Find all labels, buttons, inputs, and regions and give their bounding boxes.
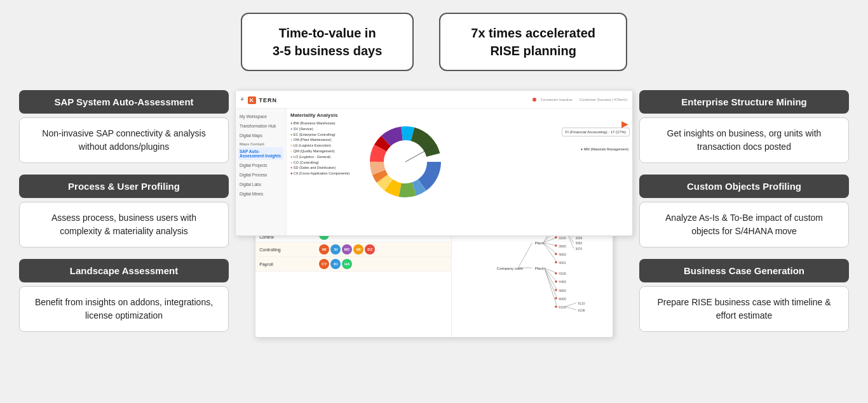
legend-ca: ● CA (Cross-Application Components) [290,171,360,176]
chip-mi1: MI [319,244,329,254]
ktern-connector-status: Connector Inactive [541,98,573,102]
chip-dz: DZ [365,244,375,254]
process-label-controlling: Controlling [259,248,316,252]
legend-mm: ● MM (Materials Management) [581,147,628,153]
legend-bw: ● BW (Business Warehouse) [290,121,360,126]
banner-time-line2: 3-5 business days [273,44,382,58]
tree-leaf-3039: 3039 [576,237,583,240]
tree-node-4100: 4100 [559,272,566,275]
top-banners: Time-to-value in 3-5 business days 7x ti… [241,13,627,71]
process-label-payroll: Payroll [259,262,316,267]
legend-sv: ● SV (Service) [290,126,360,132]
process-chips-controlling: MI SI MC MI DZ [319,244,375,254]
tree-leaf-6110: 6110 [578,302,585,305]
tree-dot-4400b [555,281,557,282]
process-user-profiling-header: Process & User Profiling [19,175,229,198]
tree-node-4000: 4000 [559,253,566,256]
banner-time-line1: Time-to-value in [279,26,376,40]
legend-le: ● LE (Logistics Execution) [290,143,360,149]
custom-objects-profiling-header: Custom Objects Profiling [639,175,849,198]
donut-chart-svg [364,121,447,203]
ktern-k-logo: K [248,96,257,104]
landscape-assessment-body: Benefit from insights on addons, integra… [19,286,229,332]
chip-si: SI [330,244,341,254]
sidebar-digital-process[interactable]: Digital Process [238,171,283,179]
left-panel: SAP System Auto-Assessment Non-invasive … [13,90,229,332]
tree-node-6000: 6000 [559,297,566,301]
sidebar-maps-cockpit-label: Maps Cockpit [238,141,283,147]
right-panel: Enterprise Structure Mining Get insights… [639,90,855,332]
custom-objects-profiling-body: Analyze As-Is & To-Be impact of custom o… [639,202,849,248]
chip-mi2: MI [353,244,363,254]
landscape-assessment-section: Landscape Assessment Benefit from insigh… [19,259,229,332]
ktern-sidebar: My Workspace Transformation Hub Digital … [236,109,287,235]
ktern-nav-dots: Connector Inactive Customer Success | KT… [532,98,627,102]
svg-line-33 [566,307,576,310]
sap-auto-assessment-section: SAP System Auto-Assessment Non-invasive … [19,90,229,163]
page: Time-to-value in 3-5 business days 7x ti… [0,0,868,403]
sidebar-digital-mines[interactable]: Digital Mines [238,190,283,198]
business-case-generation-header: Business Case Generation [639,259,849,282]
tree-leaf-3060: 3060 [576,242,583,245]
legend-lo: ● LO (Logistics - General) [290,154,360,160]
sidebar-my-workspace[interactable]: My Workspace [238,112,283,121]
enterprise-structure-mining-header: Enterprise Structure Mining [639,90,849,114]
tree-node-4800: 4800 [559,289,566,293]
sidebar-digital-projects[interactable]: Digital Projects [238,161,283,169]
enterprise-structure-mining-body: Get insights on business, org units with… [639,117,849,163]
sidebar-digital-labs[interactable]: Digital Labs [238,180,283,188]
legend-qm: ● QM (Quality Management) [290,149,360,154]
tree-dot-4001 [555,261,557,263]
process-chips-payroll: CY KI HA [319,259,352,269]
legend-co: ● CO (Controlling) [290,160,360,166]
chart-legend-right: ● MM (Materials Management) [581,147,628,153]
sidebar-transformation-hub[interactable]: Transformation Hub [238,122,283,130]
center-panel: ≡ K TERN Connector Inactive Customer Suc… [229,90,639,338]
business-case-generation-body: Prepare RISE business case with timeline… [639,286,849,332]
ktern-dot-red [532,98,536,102]
process-user-profiling-body: Assess process, business users with comp… [19,202,229,248]
sidebar-digital-maps[interactable]: Digital Maps [238,131,283,140]
donut-chart-area: ● BW (Business Warehouse) ● SV (Service)… [290,121,628,203]
chip-ha: HA [342,259,352,269]
tree-dot-4800b [555,289,557,291]
sap-auto-assessment-header: SAP System Auto-Assessment [19,90,229,114]
process-row-payroll: Payroll CY KI HA [255,257,451,272]
banner-time-to-value: Time-to-value in 3-5 business days [241,13,414,71]
business-case-generation-section: Business Case Generation Prepare RISE bu… [639,259,849,332]
arrow-icon: ▶ [621,119,628,129]
sap-auto-assessment-body: Non-invasive SAP connectivity & analysis… [19,117,229,163]
ktern-customer-label: Customer Success | KTernU [580,98,627,102]
chip-ki: KI [330,259,341,269]
screenshot-container: ≡ K TERN Connector Inactive Customer Suc… [235,90,633,338]
tree-dot-4000 [555,253,557,254]
enterprise-structure-mining-section: Enterprise Structure Mining Get insights… [639,90,849,163]
custom-objects-profiling-section: Custom Objects Profiling Analyze As-Is &… [639,175,849,248]
tree-node-6100: 6100 [559,305,566,309]
ktern-chart-title: Materiality Analysis [290,112,628,118]
main-row: SAP System Auto-Assessment Non-invasive … [13,90,855,338]
ktern-logo: K TERN [248,95,277,104]
tree-node-4400: 4400 [559,280,566,284]
tree-dot-3100 [555,236,557,238]
landscape-assessment-header: Landscape Assessment [19,259,229,282]
legend-ec: ● EC (Enterprise Controlling) [290,132,360,138]
ktern-screenshot-top: ≡ K TERN Connector Inactive Customer Suc… [235,90,633,236]
banner-speed-line1: 7x times accelerated [471,26,595,40]
chart-legend-left: ● BW (Business Warehouse) ● SV (Service)… [290,121,360,176]
tree-node-plant-left: Plant [535,241,544,245]
ktern-tern-logo: TERN [259,97,278,103]
tree-node-3600: 3600 [559,244,566,248]
tree-dot-3600 [555,244,557,246]
tree-leaf-3070: 3070 [576,248,583,251]
tree-node-4001: 4001 [559,261,566,265]
tree-dot-6000b [555,297,557,299]
svg-line-17 [543,237,557,243]
sidebar-sap-auto-assessment[interactable]: SAP Auto-Assessment Insights [238,147,283,160]
ktern-header-bar: ≡ K TERN Connector Inactive Customer Suc… [236,91,632,109]
banner-speed-line2: RISE planning [490,44,576,58]
chip-cy: CY [319,259,329,269]
tree-node-plant-right: Plant [535,266,544,270]
tree-dot-4100b [555,272,557,274]
ktern-body: My Workspace Transformation Hub Digital … [236,109,632,235]
